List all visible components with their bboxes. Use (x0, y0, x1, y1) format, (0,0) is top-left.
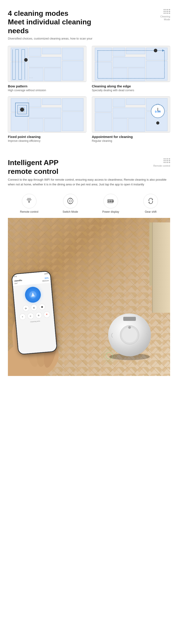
phone-robot-icon (28, 290, 38, 300)
wall-door (152, 222, 170, 313)
svg-rect-39 (11, 113, 28, 131)
edge-pattern-image (92, 46, 170, 82)
svg-point-61 (156, 122, 159, 125)
svg-rect-74 (111, 200, 113, 202)
remote-title: Intelligent APP remote control (8, 158, 59, 176)
phone-username: standflo (14, 279, 22, 282)
phone-ctrl-1[interactable]: ⟳ (22, 305, 29, 312)
svg-rect-9 (44, 68, 61, 81)
svg-rect-38 (29, 108, 61, 118)
remote-icons-row: Remote control Switch Mode (8, 194, 170, 214)
phone-coverage: 35% (44, 276, 49, 279)
cleaning-badge-label: CleaningMode (161, 15, 170, 21)
svg-rect-23 (113, 48, 125, 56)
svg-rect-7 (62, 61, 83, 80)
svg-rect-6 (11, 62, 28, 80)
svg-rect-55 (113, 118, 127, 132)
svg-rect-26 (113, 57, 145, 67)
cleaning-modes-section: 4 cleaning modes Meet individual cleanin… (0, 0, 178, 149)
fixed-title: Fixed point cleaning (8, 135, 86, 139)
svg-rect-29 (113, 68, 127, 81)
icon-remote-ctrl: Remote control (20, 194, 38, 214)
svg-rect-5 (29, 57, 61, 67)
cleaning-header: 4 cleaning modes Meet individual cleanin… (8, 9, 170, 35)
svg-rect-3 (42, 48, 61, 54)
switch-mode-icon-circle (63, 194, 78, 208)
remote-ctrl-label: Remote control (20, 210, 38, 214)
svg-point-92 (128, 326, 131, 329)
cleaning-badge: CleaningMode (161, 9, 170, 21)
svg-rect-50 (126, 98, 145, 105)
phone-cleaning-area-label: Cleaning area (30, 320, 40, 323)
appointment-pattern-image: 9:00 (92, 96, 170, 132)
mode-fixed: Fixed point cleaning Improve cleaning ef… (8, 96, 86, 142)
bow-pattern-image: ←→ (8, 46, 86, 82)
cleaning-title: 4 cleaning modes Meet individual cleanin… (8, 9, 91, 35)
svg-point-94 (104, 350, 115, 361)
svg-rect-42 (44, 118, 61, 132)
power-display-icon (106, 197, 115, 205)
phone-time: 9:41 (14, 275, 17, 277)
phone-controls: ⟳ ⏸ ⏹ (22, 303, 45, 312)
power-display-label: Power display (102, 210, 119, 214)
mode-appointment: 9:00 Appointment for cleaning Regular cl… (92, 96, 170, 142)
svg-point-19 (24, 58, 28, 62)
phone-ctrl-7[interactable]: 📍 (43, 311, 50, 318)
robot-vacuum-container (102, 308, 157, 362)
svg-rect-41 (29, 118, 43, 132)
svg-point-93 (106, 352, 113, 359)
phone-ctrl-3[interactable]: ⏹ (39, 303, 45, 310)
svg-point-67 (69, 200, 72, 202)
svg-rect-71 (113, 200, 114, 202)
icon-power-display: Power display (102, 194, 119, 214)
mode-edge: Cleaning along the edge Specially dealin… (92, 46, 170, 92)
gear-shift-icon (147, 197, 155, 205)
phone-controls-2: ≡ ⊙ ⚙ 📍 (19, 311, 50, 320)
phone-ctrl-2[interactable]: ⏸ (30, 304, 37, 311)
app-image-section: 9:41 100% standflo 35% 2m² Midsize (8, 218, 170, 376)
phone-battery: 100% (44, 272, 48, 274)
sweep-indicator-svg (100, 346, 118, 365)
appointment-desc: Regular cleaning (92, 139, 170, 142)
svg-line-65 (30, 198, 31, 199)
svg-rect-28 (146, 61, 167, 80)
phone-ctrl-6[interactable]: ⚙ (35, 312, 42, 318)
gear-shift-label: Gear shift (145, 210, 157, 214)
mode-bow: ←→ Bow pattern High coverage without omi… (8, 46, 86, 92)
remote-header: Intelligent APP remote control Remote co… (8, 158, 170, 176)
svg-point-66 (68, 198, 73, 204)
door-frame (149, 222, 152, 286)
hand-phone-container: 9:41 100% standflo 35% 2m² Midsize (8, 263, 71, 376)
svg-rect-52 (113, 108, 145, 118)
svg-point-32 (154, 49, 157, 52)
phone-ctrl-5[interactable]: ⊙ (27, 312, 34, 319)
fixed-desc: Improve cleaning efficiency (8, 139, 86, 142)
svg-rect-35 (29, 98, 41, 107)
remote-description: Connect to the app through WiFi for remo… (8, 178, 170, 187)
icon-switch-mode: Switch Mode (63, 194, 78, 214)
phone-screen: 9:41 100% standflo 35% 2m² Midsize (12, 271, 57, 354)
svg-rect-4 (62, 48, 83, 60)
modes-grid: ←→ Bow pattern High coverage without omi… (8, 46, 170, 142)
cleaning-subtitle: Diversified choices, customized cleaning… (8, 37, 170, 40)
svg-point-62 (28, 201, 30, 202)
appointment-title: Appointment for cleaning (92, 135, 170, 139)
svg-rect-53 (95, 113, 111, 131)
remote-ctrl-icon-circle (22, 194, 36, 208)
remote-badge: Remote control (153, 158, 170, 167)
phone-mockup: 9:41 100% standflo 35% 2m² Midsize (11, 270, 58, 355)
icon-gear-shift: Gear shift (143, 194, 158, 214)
remote-control-section: Intelligent APP remote control Remote co… (0, 149, 178, 376)
svg-rect-89 (123, 317, 136, 321)
phone-mode: Midsize (42, 279, 49, 282)
switch-mode-label: Switch Mode (63, 210, 78, 214)
remote-badge-label: Remote control (153, 164, 170, 167)
svg-text:9:00: 9:00 (155, 110, 161, 113)
svg-point-91 (122, 327, 137, 343)
svg-rect-2 (29, 48, 41, 56)
svg-rect-49 (113, 98, 125, 107)
phone-robot-display (24, 286, 41, 303)
svg-line-64 (27, 198, 28, 199)
phone-ctrl-4[interactable]: ≡ (19, 313, 26, 320)
switch-mode-icon (66, 197, 75, 205)
